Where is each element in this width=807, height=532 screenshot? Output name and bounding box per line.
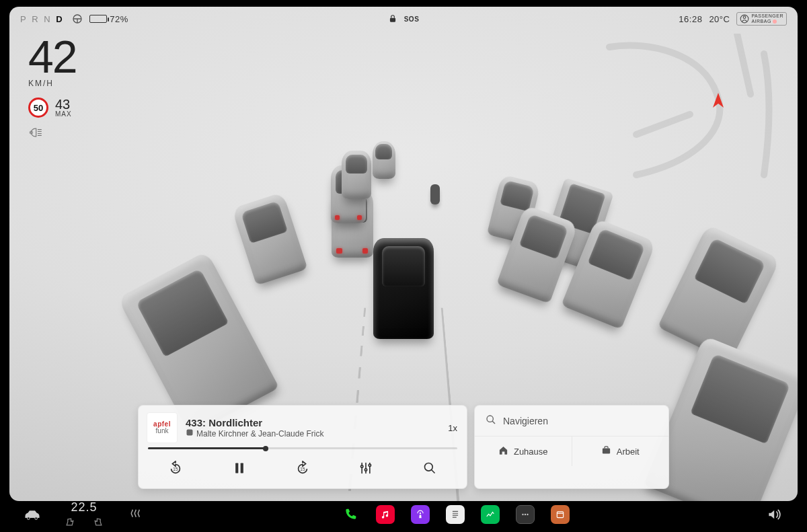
media-card: apfel funk 433: Nordlichter Malte Kirchn… bbox=[138, 405, 467, 489]
outside-temp: 20°C bbox=[709, 14, 730, 24]
vehicle bbox=[332, 190, 373, 258]
svg-point-12 bbox=[365, 469, 367, 471]
media-search-button[interactable] bbox=[414, 456, 445, 480]
map-overlay bbox=[596, 34, 784, 182]
set-speed-value: 43 bbox=[55, 98, 72, 111]
lane-marking-left bbox=[364, 7, 798, 308]
nav-home-button[interactable]: Zuhause bbox=[475, 436, 572, 466]
seat-heater-left-icon[interactable] bbox=[65, 517, 75, 529]
svg-point-11 bbox=[361, 465, 363, 467]
airbag-indicator: PASSENGER AIRBAG bbox=[736, 12, 787, 26]
bottom-cards: apfel funk 433: Nordlichter Malte Kirchn… bbox=[9, 405, 798, 489]
all-apps-button[interactable] bbox=[516, 505, 535, 524]
cabin-temp[interactable]: 22.5 bbox=[71, 500, 97, 515]
speed-limit-sign: 50 bbox=[28, 98, 48, 118]
battery-percent: 72% bbox=[110, 14, 128, 24]
home-icon bbox=[498, 445, 508, 457]
svg-point-21 bbox=[525, 514, 526, 515]
airbag-line1: PASSENGER bbox=[751, 13, 783, 19]
notes-app-button[interactable] bbox=[446, 505, 465, 524]
airbag-line2: AIRBAG bbox=[751, 19, 771, 24]
vehicle bbox=[487, 174, 541, 244]
equalizer-button[interactable] bbox=[350, 456, 381, 480]
playback-speed[interactable]: 1x bbox=[448, 423, 457, 433]
gear-indicator: P R N D bbox=[20, 14, 65, 24]
clock: 16:28 bbox=[679, 14, 702, 24]
skip-fwd-15-button[interactable]: 15 bbox=[287, 456, 318, 480]
svg-point-19 bbox=[420, 512, 421, 514]
vehicle bbox=[231, 192, 307, 286]
podcast-app-button[interactable] bbox=[411, 505, 430, 524]
set-speed-label: MAX bbox=[55, 111, 72, 118]
nav-home-label: Zuhause bbox=[514, 447, 548, 457]
search-icon bbox=[486, 414, 496, 427]
svg-rect-23 bbox=[557, 512, 563, 518]
svg-rect-1 bbox=[390, 18, 395, 22]
svg-rect-6 bbox=[187, 430, 193, 436]
gear-d: D bbox=[56, 14, 63, 24]
svg-rect-8 bbox=[235, 463, 238, 473]
svg-point-20 bbox=[522, 514, 523, 515]
media-progress[interactable] bbox=[148, 447, 457, 449]
calendar-app-button[interactable] bbox=[551, 505, 570, 524]
sos-label[interactable]: SOS bbox=[404, 15, 420, 23]
svg-point-17 bbox=[27, 517, 30, 520]
bottom-dock: 22.5 bbox=[9, 501, 798, 528]
seat-heater-right-icon[interactable] bbox=[93, 517, 104, 529]
driving-visualization: P R N D 72% SOS 16:28 bbox=[9, 7, 798, 501]
nav-work-label: Arbeit bbox=[617, 447, 640, 457]
autosteer-icon bbox=[72, 13, 83, 24]
media-art-line2: funk bbox=[156, 428, 169, 434]
vehicle bbox=[561, 218, 656, 330]
vehicle bbox=[658, 225, 780, 363]
car-settings-button[interactable] bbox=[23, 505, 42, 524]
nav-search[interactable]: Navigieren bbox=[475, 406, 668, 436]
svg-point-3 bbox=[744, 16, 746, 19]
speed-cluster: 42 KM/H 50 43 MAX A bbox=[28, 36, 77, 141]
vehicle bbox=[496, 204, 578, 303]
svg-text:15: 15 bbox=[174, 467, 179, 471]
phone-app-button[interactable] bbox=[341, 505, 360, 524]
media-subtitle: Malte Kirchner & Jean-Claude Frick bbox=[196, 429, 323, 439]
nav-card: Navigieren Zuhause Arbeit bbox=[474, 405, 669, 489]
defrost-button[interactable] bbox=[126, 505, 145, 524]
svg-rect-16 bbox=[603, 448, 610, 453]
status-bar: P R N D 72% SOS 16:28 bbox=[9, 7, 798, 31]
speed-value: 42 bbox=[28, 36, 77, 77]
media-artwork[interactable]: apfel funk bbox=[147, 412, 178, 443]
auto-headlight-icon: A bbox=[28, 127, 77, 141]
energy-app-button[interactable] bbox=[481, 505, 500, 524]
compass-icon[interactable] bbox=[712, 93, 725, 112]
airbag-status-dot bbox=[773, 20, 777, 24]
nav-search-placeholder: Navigieren bbox=[503, 416, 548, 426]
lock-icon[interactable] bbox=[388, 14, 397, 24]
cyclist bbox=[430, 184, 440, 204]
podcast-icon bbox=[186, 428, 194, 439]
gear-n: N bbox=[44, 14, 50, 24]
briefcase-icon bbox=[601, 445, 611, 457]
battery-indicator: 72% bbox=[89, 14, 128, 24]
svg-point-22 bbox=[527, 514, 528, 515]
vehicle bbox=[331, 165, 366, 223]
media-title: 433: Nordlichter bbox=[186, 417, 440, 428]
svg-text:15: 15 bbox=[300, 467, 305, 471]
nav-work-button[interactable]: Arbeit bbox=[572, 436, 669, 466]
vehicle-van bbox=[540, 178, 613, 271]
skip-back-15-button[interactable]: 15 bbox=[160, 456, 191, 480]
gear-r: R bbox=[32, 14, 38, 24]
svg-rect-9 bbox=[240, 463, 243, 473]
pause-button[interactable] bbox=[224, 456, 255, 480]
ego-vehicle bbox=[373, 238, 434, 339]
svg-point-18 bbox=[35, 517, 38, 520]
svg-point-14 bbox=[424, 463, 432, 471]
gear-p: P bbox=[20, 14, 26, 24]
svg-point-13 bbox=[369, 464, 371, 466]
lane-arrow-icon: ↑ bbox=[399, 234, 408, 256]
music-app-button[interactable] bbox=[376, 505, 395, 524]
vehicle bbox=[342, 151, 371, 199]
svg-point-15 bbox=[487, 416, 493, 422]
volume-button[interactable] bbox=[765, 505, 784, 524]
vehicle bbox=[373, 141, 395, 179]
